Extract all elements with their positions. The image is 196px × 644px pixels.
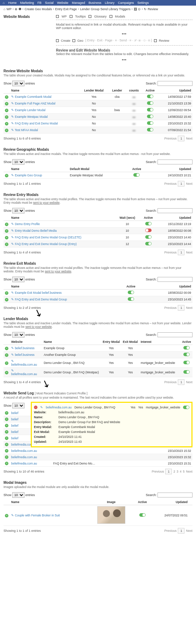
col-lender-modal[interactable]: Lender Modal xyxy=(79,88,108,94)
edit-icon[interactable]: ✎ xyxy=(11,174,14,177)
page-4[interactable]: 4 xyxy=(180,470,181,473)
row-name[interactable]: FAQ Entry and Exit Demo Modal Group (DEL… xyxy=(15,236,81,239)
row-name[interactable]: FAQ Entry and Exit Demo Modal xyxy=(15,122,58,125)
gear-icon[interactable]: ⊙ xyxy=(138,7,141,11)
nav-item[interactable]: FB xyxy=(37,1,42,5)
active-toggle[interactable] xyxy=(147,115,153,118)
page-size-select[interactable]: 10 xyxy=(12,492,24,498)
edit-icon[interactable]: ✎ xyxy=(11,298,14,301)
expand-icon[interactable]: + xyxy=(5,298,8,301)
nav-item[interactable]: Business xyxy=(89,1,102,5)
row-name[interactable]: Entry Modal Demo Belief Media xyxy=(15,229,57,232)
page-3[interactable]: 3 xyxy=(176,470,178,473)
crumb-seg[interactable]: Entry Exit Page xyxy=(55,7,77,11)
page-2[interactable]: 2 xyxy=(173,470,175,473)
col-active[interactable]: Active xyxy=(140,215,156,221)
page-5[interactable]: 5 xyxy=(183,470,184,473)
expand-icon[interactable]: + xyxy=(5,449,8,453)
row-site[interactable]: belief xyxy=(11,436,18,440)
expand-icon[interactable]: + xyxy=(5,109,8,112)
prev-button[interactable]: Previous xyxy=(164,182,176,185)
col-name[interactable]: Name xyxy=(10,215,111,221)
edit-icon[interactable]: ✎ xyxy=(11,95,14,99)
col-updated[interactable]: Updated xyxy=(158,88,192,94)
active-toggle[interactable] xyxy=(183,361,190,364)
prev-button[interactable]: Previous xyxy=(164,137,176,140)
plus-icon[interactable]: ⊕ xyxy=(15,7,18,11)
col-active[interactable]: Active xyxy=(181,339,192,345)
search-input[interactable] xyxy=(158,160,192,164)
tool-geo[interactable]: Geo xyxy=(77,39,83,42)
expand-icon[interactable]: + xyxy=(5,430,8,434)
page-1[interactable]: 1 xyxy=(178,136,184,141)
col-updated[interactable]: Updated xyxy=(151,499,189,505)
active-toggle[interactable] xyxy=(145,235,152,239)
col-updated[interactable]: Updated xyxy=(145,284,192,290)
expand-icon[interactable]: + xyxy=(5,418,8,421)
row-site[interactable]: beliefmedia.com.au xyxy=(11,363,37,366)
row-name[interactable]: FAQ Entry and Exit Demo Modal Group (Ent… xyxy=(15,242,77,246)
sent-link[interactable]: sent to your website xyxy=(33,201,60,204)
image-icon[interactable]: 🖼 xyxy=(134,7,137,11)
expand-icon[interactable]: + xyxy=(5,371,8,374)
row-name[interactable]: FAQ Entry and Exit Demo Modal Group xyxy=(15,298,67,301)
page-1[interactable]: 1 xyxy=(178,528,184,534)
active-toggle[interactable] xyxy=(128,291,134,294)
page-1[interactable]: 1 xyxy=(165,469,172,474)
next-button[interactable]: Next xyxy=(186,137,192,140)
col-image[interactable]: Image xyxy=(89,499,134,505)
row-name[interactable]: Example Full Page ANZ Modal xyxy=(15,102,55,105)
expand-icon[interactable]: + xyxy=(5,115,8,119)
col-name[interactable]: Name xyxy=(10,88,76,94)
row-site[interactable]: belief.business xyxy=(15,346,34,350)
next-button[interactable]: Next xyxy=(186,306,192,310)
edit-icon[interactable]: ✎ xyxy=(11,229,14,232)
home-icon[interactable]: ⌂ xyxy=(4,7,5,11)
col-name[interactable]: Name xyxy=(10,166,65,172)
crumb-seg[interactable]: Create Geo Modals xyxy=(24,7,52,11)
image-thumbnail[interactable] xyxy=(97,506,125,524)
info-icon[interactable]: ❶ xyxy=(19,7,21,11)
expand-icon[interactable]: + xyxy=(5,462,8,465)
edit-icon[interactable]: ✎ xyxy=(11,115,14,118)
expand-icon[interactable]: + xyxy=(5,243,8,246)
sent-link[interactable]: sent to your website xyxy=(25,325,52,328)
expand-icon[interactable]: + xyxy=(5,229,8,233)
active-toggle[interactable] xyxy=(183,346,190,350)
active-toggle[interactable] xyxy=(183,370,190,374)
next-button[interactable]: Next xyxy=(186,380,192,384)
search-input[interactable] xyxy=(158,81,192,86)
col-entry-modal[interactable]: Entry Modal xyxy=(101,339,121,345)
expand-icon[interactable]: + xyxy=(5,174,8,177)
page-1[interactable]: 1 xyxy=(178,250,184,255)
expand-icon[interactable]: + xyxy=(5,353,8,357)
col-active[interactable]: Active xyxy=(134,499,151,505)
tab-glossary[interactable]: Glossary xyxy=(94,15,107,18)
row-site[interactable]: belief xyxy=(11,424,18,427)
search-input[interactable] xyxy=(158,208,192,213)
row-name[interactable]: Example Westpac Modal xyxy=(15,115,48,118)
nav-item[interactable]: Settings xyxy=(137,1,149,5)
row-site[interactable]: beliefmedia.com.au xyxy=(11,372,37,376)
row-name[interactable]: Demo Entry Profile xyxy=(15,222,40,226)
expand-icon[interactable]: + xyxy=(5,291,8,295)
prev-button[interactable]: Previous xyxy=(164,529,176,533)
edit-icon[interactable]: ✎ xyxy=(11,353,14,357)
row-site[interactable]: belief.business xyxy=(15,353,34,357)
page-size-select[interactable]: 10 xyxy=(12,159,24,165)
row-site[interactable]: belief xyxy=(11,430,18,434)
next-button[interactable]: Next xyxy=(186,251,192,254)
row-site[interactable]: belief xyxy=(11,418,18,421)
active-toggle[interactable] xyxy=(128,297,134,301)
next-button[interactable]: Next xyxy=(186,529,192,533)
row-site[interactable]: beliefmedia.com.au xyxy=(11,449,37,453)
active-toggle[interactable] xyxy=(133,173,140,177)
crumb-seg[interactable]: Lender Group Send Library Triggers xyxy=(80,7,131,11)
tool-review[interactable]: Review xyxy=(159,39,169,42)
edit-icon[interactable]: ✎ xyxy=(11,222,14,226)
expand-icon[interactable]: + xyxy=(5,95,8,99)
edit-icon[interactable]: ✎ xyxy=(11,242,14,246)
row-name[interactable]: Example Geo Group xyxy=(15,174,42,177)
expand-icon[interactable]: + xyxy=(5,122,8,126)
col-website[interactable]: Website xyxy=(10,339,39,345)
